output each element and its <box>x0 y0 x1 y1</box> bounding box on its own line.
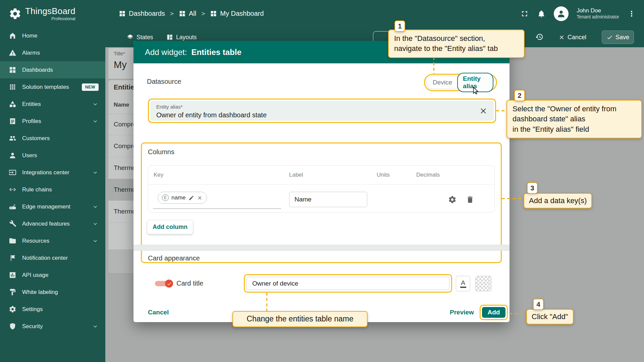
sidebar-item-edge-management[interactable]: Edge management <box>0 198 105 215</box>
font-settings-button[interactable]: A <box>456 276 470 291</box>
toolbar-cancel-button[interactable]: Cancel <box>558 32 586 43</box>
card-title-toggle[interactable] <box>155 280 173 288</box>
chevron-down-icon <box>92 221 99 227</box>
rename-connector <box>266 293 267 311</box>
columns-section-label: Columns <box>148 148 174 156</box>
dialog-cancel-button[interactable]: Cancel <box>148 309 169 316</box>
warning-icon <box>9 49 16 57</box>
api-usage-chart-icon <box>9 271 16 279</box>
step-4-callout: Click "Add" <box>526 309 574 324</box>
sidebar-item-security[interactable]: Security <box>0 318 105 335</box>
dialog-preview-button[interactable]: Preview <box>450 309 474 316</box>
rename-callout: Change the entities table name <box>232 311 368 327</box>
sidebar-item-notification-center[interactable]: Notification center <box>0 249 105 266</box>
resources-folder-icon <box>9 237 16 245</box>
sidebar-item-customers[interactable]: Customers <box>0 130 105 147</box>
entity-alias-field-value: Owner of entity from dashboard state <box>156 111 267 119</box>
sidebar-item-dashboards[interactable]: Dashboards <box>0 61 105 78</box>
sidebar-item-integrations-center[interactable]: Integrations center <box>0 164 105 181</box>
breadcrumb-my-dashboard[interactable]: My Dashboard <box>210 10 264 17</box>
clear-alias-button[interactable] <box>479 107 488 115</box>
entity-alias-field[interactable]: Entity alias* Owner of entity from dashb… <box>150 101 494 121</box>
sidebar-item-white-labeling[interactable]: White labeling <box>0 284 105 301</box>
breadcrumb-dashboards[interactable]: Dashboards <box>119 10 165 17</box>
sidebar-item-entities[interactable]: Entities <box>0 96 105 113</box>
layouts-icon <box>166 34 173 41</box>
dashboards-icon <box>9 66 16 74</box>
profiles-icon <box>9 117 16 125</box>
chevron-down-icon <box>92 238 99 244</box>
step-4-connector <box>509 313 526 314</box>
thingsboard-logo[interactable]: ThingsBoard Professional <box>0 6 105 21</box>
dialog-add-button[interactable]: Add <box>482 307 505 318</box>
sidebar-item-resources[interactable]: Resources <box>0 232 105 249</box>
add-column-button[interactable]: Add column <box>147 220 193 234</box>
sidebar-item-alarms[interactable]: Alarms <box>0 44 105 61</box>
edit-pencil-icon[interactable] <box>189 195 194 201</box>
entity-field-badge: E <box>162 194 169 201</box>
sidebar-item-home[interactable]: Home <box>0 27 105 44</box>
fullscreen-icon[interactable] <box>520 9 529 18</box>
column-header-units: Units <box>377 172 390 178</box>
data-key-chip[interactable]: E name <box>158 192 207 204</box>
apps-icon <box>9 83 16 91</box>
data-keys-table: Key Label Units Decimals E name Name <box>148 165 495 213</box>
card-appearance-label: Card appearance <box>148 254 200 262</box>
section-separator <box>133 245 509 251</box>
check-icon <box>606 34 613 41</box>
user-role: Tenant administrator <box>577 14 619 20</box>
kebab-menu-icon[interactable] <box>627 9 636 18</box>
breadcrumb-all[interactable]: All <box>179 10 196 17</box>
rule-chains-icon <box>9 186 16 193</box>
step-2-callout: Select the "Owner of entity from dashboa… <box>506 100 642 138</box>
delete-key-button[interactable] <box>466 195 474 204</box>
sidebar-item-users[interactable]: Users <box>0 147 105 164</box>
notifications-bell-icon[interactable] <box>537 9 546 18</box>
column-header-label: Label <box>289 172 303 178</box>
divider <box>148 184 494 185</box>
dashboards-icon <box>119 10 126 17</box>
toggle-knob <box>165 280 173 288</box>
user-icon <box>9 152 16 159</box>
sidebar: Home Alarms Dashboards Solution template… <box>0 27 105 362</box>
sidebar-item-advanced-features[interactable]: Advanced features <box>0 215 105 232</box>
step-1-badge: 1 <box>394 20 405 32</box>
sidebar-item-api-usage[interactable]: API usage <box>0 266 105 284</box>
entities-icon <box>9 100 16 108</box>
advanced-features-icon <box>9 220 16 228</box>
chevron-down-icon <box>92 101 99 108</box>
entity-alias-field-label: Entity alias* <box>156 104 182 110</box>
add-button-highlight: Add <box>480 305 508 320</box>
step-2-connector <box>496 110 506 111</box>
avatar-person-icon <box>556 9 566 18</box>
sidebar-item-solution-templates[interactable]: Solution templates NEW <box>0 78 105 96</box>
key-label-input[interactable]: Name <box>289 192 367 207</box>
edge-router-icon <box>9 203 16 210</box>
card-title-label: Card title <box>176 280 203 287</box>
breadcrumb-separator: > <box>170 10 174 17</box>
datasource-type-toggle: Device Entity alias <box>426 76 495 89</box>
sidebar-item-profiles[interactable]: Profiles <box>0 113 105 130</box>
toolbar-save-button[interactable]: Save <box>602 31 634 44</box>
tab-device[interactable]: Device <box>428 79 457 86</box>
font-letter-icon: A <box>461 280 465 286</box>
key-settings-button[interactable] <box>448 195 457 204</box>
user-info[interactable]: John Doe Tenant administrator <box>577 7 619 20</box>
security-shield-icon <box>9 322 16 330</box>
gear-icon <box>448 195 457 204</box>
sidebar-item-settings[interactable]: Settings <box>0 301 105 318</box>
notification-flag-icon <box>9 254 16 262</box>
step-1-callout: In the "Datasource" section, navigate to… <box>388 29 525 58</box>
sidebar-item-rule-chains[interactable]: Rule chains <box>0 181 105 198</box>
history-icon[interactable] <box>535 33 543 41</box>
remove-key-icon[interactable] <box>197 195 203 201</box>
states-icon <box>127 34 133 41</box>
dashboards-icon <box>179 10 186 17</box>
avatar[interactable] <box>554 6 569 21</box>
step-3-callout: Add a data key(s) <box>524 193 592 208</box>
card-title-input[interactable]: Owner of device <box>247 277 449 290</box>
chevron-down-icon <box>92 169 99 176</box>
logo-gear-icon <box>9 7 21 20</box>
color-picker-button[interactable] <box>475 276 491 291</box>
mouse-cursor-icon <box>471 86 480 95</box>
